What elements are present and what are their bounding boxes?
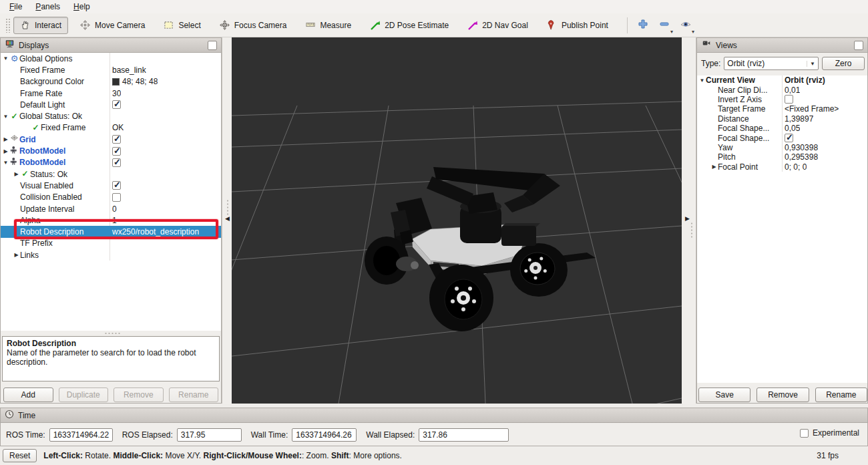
tool-publish-point[interactable]: Publish Point [540,17,615,34]
time-field-input[interactable]: 317.86 [419,428,509,442]
duplicate-button: Duplicate [59,388,109,402]
tree-row-robot-description[interactable]: Robot Descriptionwx250/robot_description [1,226,221,237]
collapse-arrow-icon[interactable]: ▶ [2,148,9,154]
toolbar-separator [627,17,628,33]
time-field-input[interactable]: 1633714964.22 [49,428,113,442]
tree-row-robotmodel[interactable]: ▼RobotModel [1,157,221,168]
tree-row-focal-point[interactable]: ▶Focal Point0; 0; 0 [697,162,867,172]
property-label: Background Color [20,77,84,86]
collapse-right-icon[interactable]: ▶ [685,215,690,222]
displays-splitter-handle[interactable] [104,332,122,335]
rename-button[interactable]: Rename [815,388,867,402]
value-checkbox[interactable] [112,100,121,109]
value-checkbox[interactable] [785,134,793,142]
tree-row-background-color[interactable]: Background Color48; 48; 48 [1,76,221,88]
tree-row-grid[interactable]: ▶Grid [1,134,221,145]
views-panel-checkbox[interactable] [854,41,863,50]
menu-panels[interactable]: Panels [29,1,67,13]
zero-button[interactable]: Zero [822,57,865,70]
expand-arrow-icon[interactable]: ▼ [2,160,9,166]
views-panel: Views Type: Orbit (rviz) ▼ Zero ▼Current… [696,37,868,404]
expand-arrow-icon[interactable]: ▼ [2,114,9,120]
collapse-arrow-icon[interactable]: ▶ [710,164,718,170]
collapse-arrow-icon[interactable]: ▶ [2,136,9,142]
tree-row-status-ok[interactable]: ▶✓Status: Ok [1,168,221,180]
menu-file[interactable]: File [3,1,29,13]
time-field-label: Wall Time: [251,430,288,440]
tree-row-near-clip-di-[interactable]: Near Clip Di...0,01 [697,85,867,94]
property-label: Focal Point [718,162,758,172]
expand-arrow-icon[interactable]: ▼ [698,78,706,84]
tree-row-robotmodel[interactable]: ▶RobotModel [1,145,221,156]
tool-move-camera[interactable]: Move Camera [73,17,152,34]
tree-row-global-status-ok[interactable]: ▼✓Global Status: Ok [1,110,221,122]
time-panel-header[interactable]: Time [1,408,867,423]
robot-icon [9,157,19,168]
displays-panel-header[interactable]: Displays [1,38,221,53]
tool-visibility-button[interactable]: ▾ [677,17,694,34]
collapse-left-icon[interactable]: ◀ [225,215,230,222]
tool-select[interactable]: Select [157,17,207,34]
tool-focus-camera[interactable]: Focus Camera [213,17,294,34]
tool-measure[interactable]: Measure [298,17,358,34]
time-field-input[interactable]: 1633714964.26 [292,428,357,442]
tree-row-pitch[interactable]: Pitch0,295398 [697,152,867,162]
tree-row-target-frame[interactable]: Target Frame<Fixed Frame> [697,104,867,114]
tree-row-alpha[interactable]: Alpha1 [1,214,221,226]
tree-row-links[interactable]: ▶Links [1,249,221,261]
tree-row-visual-enabled[interactable]: Visual Enabled [1,180,221,191]
tree-row-update-interval[interactable]: Update Interval0 [1,203,221,214]
toolbar-drag-handle[interactable] [5,18,11,33]
tree-row-distance[interactable]: Distance1,39897 [697,114,867,124]
tree-row-focal-shape-[interactable]: Focal Shape... [697,133,867,142]
property-label: Fixed Frame [41,123,85,132]
tree-row-global-options[interactable]: ▼⚙Global Options [1,53,221,64]
add-tool-button[interactable] [634,17,652,34]
view-type-combobox[interactable]: Orbit (rviz) ▼ [724,57,819,70]
collapse-arrow-icon[interactable]: ▶ [13,252,20,258]
experimental-toggle[interactable]: Experimental [800,428,859,438]
right-splitter[interactable]: ▶ [682,37,696,404]
value-checkbox[interactable] [112,181,121,190]
tree-row-yaw[interactable]: Yaw0,930398 [697,143,867,152]
3d-scene [232,37,682,404]
time-field-input[interactable]: 317.95 [177,428,242,442]
tool-2d-nav-goal[interactable]: 2D Nav Goal [461,17,535,34]
tree-row-invert-z-axis[interactable]: Invert Z Axis [697,95,867,104]
tree-row-frame-rate[interactable]: Frame Rate30 [1,88,221,99]
value-checkbox[interactable] [112,193,121,202]
tree-row-tf-prefix[interactable]: TF Prefix [1,238,221,249]
tree-row-fixed-frame[interactable]: Fixed Framebase_link [1,64,221,75]
left-splitter[interactable]: ◀ [222,37,232,404]
expand-arrow-icon[interactable]: ▼ [2,55,9,61]
menu-help[interactable]: Help [67,1,97,13]
views-panel-header[interactable]: Views [697,38,867,53]
tree-row-fixed-frame[interactable]: ✓Fixed FrameOK [1,122,221,134]
wall-elapsed-field: Wall Elapsed:317.86 [366,428,509,442]
remove-button: Remove [114,388,164,402]
reset-button[interactable]: Reset [3,449,37,462]
3d-viewport[interactable] [232,37,682,404]
value-checkbox[interactable] [112,135,121,144]
tree-row-collision-enabled[interactable]: Collision Enabled [1,192,221,203]
tree-row-default-light[interactable]: Default Light [1,99,221,110]
value-checkbox[interactable] [785,95,793,104]
tree-row-focal-shape-[interactable]: Focal Shape...0,05 [697,124,867,133]
displays-panel-checkbox[interactable] [208,41,217,50]
experimental-checkbox[interactable] [800,429,809,438]
value-checkbox[interactable] [112,158,121,167]
displays-buttons-row: AddDuplicateRemoveRename [3,388,218,402]
clock-icon [5,410,14,421]
remove-button[interactable]: Remove [756,388,809,402]
tool-2d-pose-estimate[interactable]: 2D Pose Estimate [363,17,455,34]
collapse-arrow-icon[interactable]: ▶ [13,171,20,177]
tool-label: Select [178,21,200,30]
value-checkbox[interactable] [112,147,121,156]
tool-interact[interactable]: Interact [13,17,68,34]
save-button[interactable]: Save [698,388,750,402]
remove-tool-button[interactable]: ▾ [656,17,673,34]
add-button[interactable]: Add [3,388,53,402]
property-label: TF Prefix [20,239,53,248]
tree-row-current-view[interactable]: ▼Current ViewOrbit (rviz) [697,75,867,85]
displays-panel-title: Displays [19,41,49,50]
